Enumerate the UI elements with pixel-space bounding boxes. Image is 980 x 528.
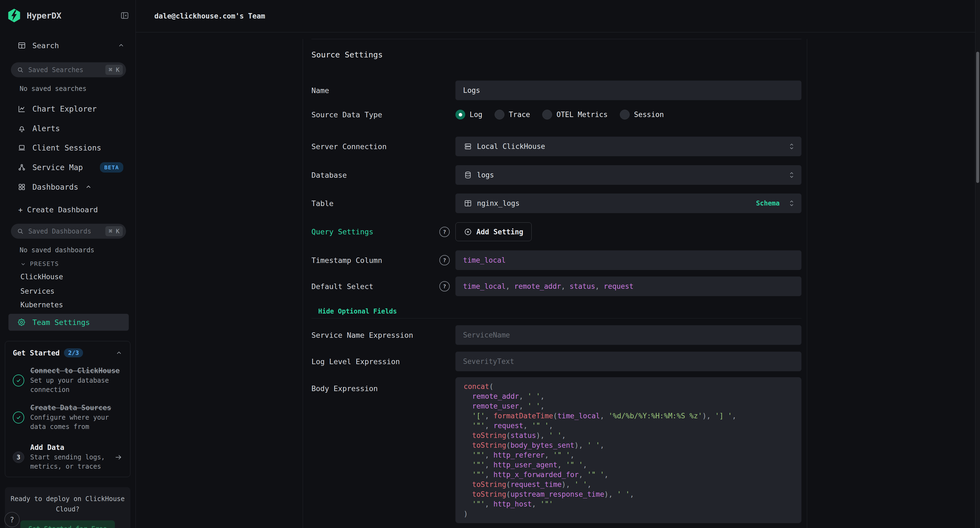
saved-dashboards-input[interactable]: Saved Dashboards ⌘ K bbox=[11, 224, 126, 239]
get-started-step-sources[interactable]: Create Data Sources Configure where your… bbox=[13, 404, 123, 431]
sidebar-item-team-settings[interactable]: Team Settings bbox=[8, 314, 129, 331]
code-line: '[', formatDateTime(time_local, '%d/%b/%… bbox=[464, 411, 793, 421]
code-token: '"' bbox=[472, 461, 485, 469]
code-token: '"' bbox=[472, 471, 485, 479]
schema-button[interactable]: Schema bbox=[756, 199, 780, 207]
code-token: toString bbox=[472, 490, 506, 498]
code-line: remote_addr, ' ', bbox=[464, 391, 793, 401]
code-token bbox=[464, 392, 472, 400]
code-token: , bbox=[600, 412, 608, 420]
body-expression-editor[interactable]: concat( remote_addr, ' ', remote_user, '… bbox=[455, 377, 802, 523]
timestamp-column-input[interactable] bbox=[455, 250, 802, 270]
table-select[interactable]: nginx_logs Schema bbox=[455, 194, 802, 213]
get-started-step-connect[interactable]: Connect to ClickHouse Set up your databa… bbox=[13, 367, 123, 394]
server-icon bbox=[464, 142, 472, 151]
sidebar-item-alerts[interactable]: Alerts bbox=[18, 122, 125, 134]
radio-circle bbox=[620, 110, 630, 119]
presets-toggle[interactable]: PRESETS bbox=[20, 261, 59, 267]
nav-label: Service Map bbox=[32, 163, 83, 172]
code-line: '"', http_host, '"' bbox=[464, 499, 793, 509]
create-dashboard-button[interactable]: + Create Dashboard bbox=[18, 205, 98, 214]
team-title: dale@clickhouse.com's Team bbox=[154, 12, 265, 20]
saved-searches-placeholder: Saved Searches bbox=[28, 66, 83, 74]
chevron-up-icon[interactable] bbox=[115, 350, 123, 356]
database-icon bbox=[464, 171, 472, 179]
help-icon[interactable]: ? bbox=[439, 255, 450, 266]
code-token: request bbox=[604, 282, 634, 290]
saved-searches-input[interactable]: Saved Searches ⌘ K bbox=[11, 62, 126, 77]
step-text: Connect to ClickHouse Set up your databa… bbox=[30, 367, 123, 394]
service-name-input[interactable] bbox=[455, 325, 802, 345]
name-input[interactable] bbox=[455, 81, 802, 100]
database-select[interactable]: logs bbox=[455, 165, 802, 185]
help-icon[interactable]: ? bbox=[439, 227, 450, 237]
help-button[interactable]: ? bbox=[4, 512, 20, 527]
code-token bbox=[464, 490, 472, 498]
code-token: http_x_forwarded_for bbox=[493, 471, 579, 479]
radio-trace[interactable]: Trace bbox=[495, 110, 530, 119]
step-desc: Configure where your data comes from bbox=[30, 413, 123, 431]
code-line: '"', request, '" ', bbox=[464, 421, 793, 431]
sidebar-item-dashboards[interactable]: Dashboards bbox=[18, 181, 125, 193]
code-token bbox=[464, 421, 472, 430]
chevron-up-icon[interactable] bbox=[85, 183, 92, 191]
code-token bbox=[464, 480, 472, 488]
code-token: , bbox=[630, 490, 634, 498]
chevron-up-icon[interactable] bbox=[118, 42, 125, 49]
radio-log[interactable]: Log bbox=[455, 110, 482, 119]
radio-otel-metrics[interactable]: OTEL Metrics bbox=[542, 110, 608, 119]
main-area: dale@clickhouse.com's Team Source Settin… bbox=[136, 0, 975, 528]
sidebar-item-service-map[interactable]: Service MapBETA bbox=[18, 161, 125, 173]
chevron-down-icon bbox=[20, 261, 26, 267]
scrollbar-thumb[interactable] bbox=[976, 52, 979, 183]
code-token: ' ' bbox=[587, 441, 600, 449]
preset-item-services[interactable]: Services bbox=[21, 285, 54, 297]
section-divider bbox=[312, 39, 802, 39]
gear-icon bbox=[17, 318, 26, 327]
cloud-promo-panel: Ready to deploy on ClickHouse Cloud? Get… bbox=[5, 487, 130, 528]
default-select-input[interactable]: time_local, remote_addr, status, request bbox=[455, 277, 802, 296]
get-started-header: Get Started 2/3 bbox=[13, 348, 123, 357]
code-token bbox=[464, 431, 472, 439]
collapse-sidebar-icon[interactable] bbox=[120, 11, 129, 20]
code-line: toString(body_bytes_sent), ' ', bbox=[464, 441, 793, 450]
code-token: concat bbox=[464, 382, 489, 391]
code-token: , bbox=[506, 282, 514, 290]
page-title: Source Settings bbox=[312, 50, 802, 59]
nav-label: Alerts bbox=[32, 124, 60, 133]
get-started-step-add-data[interactable]: 3 Add Data Start sending logs, metrics, … bbox=[13, 443, 123, 471]
add-setting-button[interactable]: Add Setting bbox=[455, 223, 531, 241]
code-token: ( bbox=[489, 382, 493, 391]
code-token: , bbox=[531, 500, 540, 508]
code-token: status bbox=[570, 282, 595, 290]
hide-optional-fields-link[interactable]: Hide Optional Fields bbox=[312, 307, 802, 315]
preset-item-clickhouse[interactable]: ClickHouse bbox=[21, 271, 63, 283]
code-token: , bbox=[579, 471, 587, 479]
get-started-free-button[interactable]: Get Started for Free bbox=[21, 520, 115, 528]
table-icon bbox=[464, 199, 472, 207]
preset-item-kubernetes[interactable]: Kubernetes bbox=[21, 299, 63, 311]
code-token bbox=[464, 441, 472, 449]
code-token: ), bbox=[536, 431, 549, 439]
chevron-updown-icon bbox=[788, 199, 795, 207]
name-row: Name bbox=[312, 81, 802, 100]
query-settings-row: Query Settings ? Add Setting bbox=[312, 223, 802, 241]
content-area: Source Settings Name Source Data Type Lo… bbox=[136, 39, 975, 528]
code-line: '"', http_referer, '" ', bbox=[464, 450, 793, 460]
chart-icon bbox=[18, 105, 26, 113]
help-icon[interactable]: ? bbox=[439, 281, 450, 291]
code-token: toString bbox=[472, 431, 506, 439]
step-desc: Start sending logs, metrics, or traces bbox=[30, 453, 108, 471]
sidebar-item-search[interactable]: Search bbox=[18, 40, 125, 51]
table-label: Table bbox=[312, 199, 455, 208]
radio-session[interactable]: Session bbox=[620, 110, 664, 119]
code-token: remote_addr bbox=[472, 392, 519, 400]
scrollbar-track[interactable] bbox=[975, 0, 980, 528]
log-level-input[interactable] bbox=[455, 351, 802, 371]
radio-circle-selected bbox=[455, 110, 465, 119]
server-connection-select[interactable]: Local ClickHouse bbox=[455, 137, 802, 156]
code-token: ( bbox=[506, 480, 511, 488]
name-label: Name bbox=[312, 86, 455, 95]
sidebar-item-client-sessions[interactable]: Client Sessions bbox=[18, 142, 125, 154]
sidebar-item-chart-explorer[interactable]: Chart Explorer bbox=[18, 103, 125, 115]
